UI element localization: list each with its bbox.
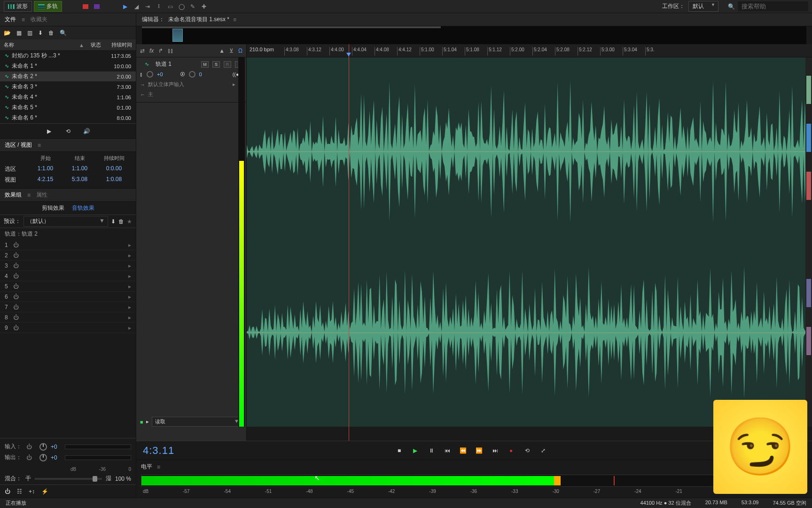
mode-waveform-button[interactable]: 波形	[4, 1, 32, 12]
fx-slot-arrow-icon[interactable]: ▸	[128, 262, 131, 269]
tool-fx2-icon[interactable]: fx	[149, 48, 154, 54]
file-play-button[interactable]: ▶	[45, 127, 54, 136]
forward-button[interactable]: ⏩	[475, 446, 484, 455]
time-select-tool-icon[interactable]: I	[154, 2, 164, 11]
overview-bar[interactable]	[142, 26, 806, 44]
fx-slot-power-icon[interactable]: ⏻	[13, 273, 19, 279]
trash-icon[interactable]: 🗑	[48, 30, 54, 36]
lasso-tool-icon[interactable]: ◯	[177, 2, 186, 11]
fx-slot-arrow-icon[interactable]: ▸	[128, 252, 131, 259]
file-row[interactable]: ∿未命名 2 *2:0.00	[0, 71, 136, 82]
search-icon[interactable]: 🔍	[728, 3, 735, 10]
fx-slot-arrow-icon[interactable]: ▸	[128, 304, 131, 310]
fx-slot-arrow-icon[interactable]: ▸	[128, 294, 131, 300]
track-solo-button[interactable]: S	[212, 61, 220, 68]
go-end-button[interactable]: ⏭	[491, 446, 500, 455]
pan-value[interactable]: 0	[199, 71, 202, 77]
fx-slot-arrow-icon[interactable]: ▸	[128, 242, 131, 248]
tab-clip-effects[interactable]: 剪辑效果	[42, 204, 64, 212]
time-display[interactable]: 4:3.11	[143, 444, 174, 457]
sel-start-value[interactable]: 1:1.00	[28, 165, 62, 173]
fx-slot[interactable]: 6⏻▸	[0, 292, 136, 302]
fx-slot-arrow-icon[interactable]: ▸	[128, 325, 131, 331]
fx-slot-power-icon[interactable]: ⏻	[13, 242, 19, 248]
automation-expand-icon[interactable]: ▸	[146, 419, 149, 425]
file-row[interactable]: ∿未命名 5 *0:1.00	[0, 103, 136, 113]
panel-menu-icon[interactable]: ≡	[22, 16, 25, 23]
fx-slot[interactable]: 8⏻▸	[0, 312, 136, 323]
playhead[interactable]	[349, 44, 349, 441]
level-menu-icon[interactable]: ≡	[157, 464, 160, 470]
selection-menu-icon[interactable]: ≡	[38, 142, 41, 149]
output-gain-value[interactable]: +0	[51, 454, 57, 461]
fx-slot-power-icon[interactable]: ⏻	[13, 262, 19, 269]
track-name[interactable]: 轨道 1	[156, 60, 197, 68]
spectral-red-icon[interactable]	[81, 2, 90, 11]
fx-slot[interactable]: 4⏻▸	[0, 271, 136, 281]
automation-power-icon[interactable]: ■	[140, 419, 143, 425]
volume-knob[interactable]	[147, 71, 153, 78]
file-loop-button[interactable]: ⟲	[63, 127, 73, 136]
input-gain-knob[interactable]	[39, 443, 47, 451]
selection-view-tab[interactable]: 选区 / 视图	[5, 141, 32, 149]
file-row[interactable]: ∿未命名 4 *1:1.06	[0, 92, 136, 103]
fx-slot[interactable]: 2⏻▸	[0, 250, 136, 261]
input-dropdown-icon[interactable]: ▸	[233, 81, 235, 87]
file-row[interactable]: ∿未命名 6 *8:0.00	[0, 113, 136, 123]
sort-up-icon[interactable]: ▲	[79, 42, 84, 48]
import-icon[interactable]: ▥	[27, 30, 32, 36]
filter-search-icon[interactable]: 🔍	[60, 30, 67, 36]
tab-properties[interactable]: 属性	[36, 191, 47, 199]
preset-save-icon[interactable]: ⬇	[111, 218, 116, 225]
file-row[interactable]: ∿未命名 3 *7:3.00	[0, 82, 136, 92]
automation-mode-select[interactable]: 读取 ▼	[152, 417, 242, 427]
fx-menu-icon[interactable]: ≡	[27, 192, 31, 198]
tool-b-icon[interactable]: ⊻	[229, 48, 234, 54]
tab-effects-group[interactable]: 效果组	[5, 191, 22, 199]
fx-slot[interactable]: 1⏻▸	[0, 240, 136, 250]
fx-slot-arrow-icon[interactable]: ▸	[128, 273, 131, 279]
tool-send-icon[interactable]: ↱	[158, 48, 163, 54]
input-gain-value[interactable]: +0	[51, 444, 57, 450]
view-dur-value[interactable]: 1:0.08	[97, 176, 131, 184]
track-record-button[interactable]: R	[224, 61, 231, 68]
fx-slot-power-icon[interactable]: ⏻	[13, 325, 19, 331]
tool-fx-icon[interactable]: ⇄	[140, 48, 145, 54]
fx-slot-arrow-icon[interactable]: ▸	[128, 314, 131, 321]
vertical-scroll[interactable]	[805, 57, 812, 427]
editor-menu-icon[interactable]: ≡	[233, 16, 236, 23]
time-ruler[interactable]: 210.0 bpm 4:3.084:3.124:4.004:4.044:4.08…	[247, 44, 812, 57]
go-start-button[interactable]: ⏮	[443, 446, 452, 455]
tab-favorites[interactable]: 收藏夹	[31, 16, 47, 24]
rewind-button[interactable]: ⏪	[459, 446, 468, 455]
view-end-value[interactable]: 5:3.08	[62, 176, 97, 184]
fx-power-icon[interactable]: ⏻	[5, 488, 10, 495]
output-gain-knob[interactable]	[39, 454, 47, 461]
stop-button[interactable]: ■	[395, 446, 404, 455]
fx-lightning-icon[interactable]: ⚡	[41, 488, 48, 495]
pause-button[interactable]: ⏸	[427, 446, 436, 455]
tab-files[interactable]: 文件	[5, 16, 16, 24]
volume-value[interactable]: +0	[157, 71, 163, 77]
sel-end-value[interactable]: 1:1.00	[62, 165, 97, 173]
view-start-value[interactable]: 4:2.15	[28, 176, 62, 184]
workspace-select[interactable]: 默认	[688, 1, 718, 12]
bpm-display[interactable]: 210.0 bpm	[250, 47, 274, 52]
new-file-icon[interactable]: ▦	[16, 30, 22, 36]
fx-slot[interactable]: 7⏻▸	[0, 302, 136, 312]
preset-favorite-icon[interactable]: ★	[127, 218, 132, 225]
move-tool-icon[interactable]: ▶	[120, 2, 130, 11]
mode-multitrack-button[interactable]: 多轨	[34, 1, 62, 12]
tool-snap-icon[interactable]: Ω	[238, 48, 242, 54]
fx-chain-icon[interactable]: ☷	[17, 488, 22, 495]
preset-select[interactable]: （默认） ▼	[23, 216, 108, 227]
fx-slot[interactable]: 5⏻▸	[0, 281, 136, 292]
tool-a-icon[interactable]: ▲	[219, 48, 225, 54]
fx-slot-power-icon[interactable]: ⏻	[13, 283, 19, 290]
overview-clip[interactable]	[172, 29, 183, 42]
mix-slider[interactable]	[35, 478, 102, 480]
output-power-icon[interactable]: ⏻	[26, 454, 32, 461]
fx-slot-power-icon[interactable]: ⏻	[13, 294, 19, 300]
fx-slot-power-icon[interactable]: ⏻	[13, 304, 19, 310]
fx-slot-power-icon[interactable]: ⏻	[13, 252, 19, 259]
